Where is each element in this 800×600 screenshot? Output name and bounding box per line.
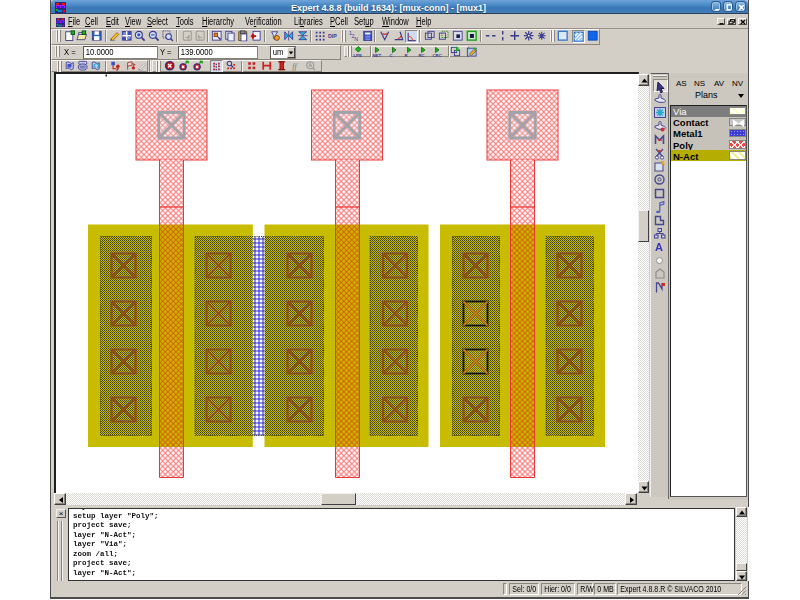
svg-text:LPE: LPE (353, 52, 362, 57)
svg-text:ff: ff (292, 62, 298, 71)
svg-text:N: N (354, 36, 358, 42)
svg-text:RC: RC (418, 52, 425, 57)
svg-text:CRC: CRC (432, 52, 442, 57)
svg-text:A: A (655, 241, 663, 253)
svg-text:NET: NET (372, 52, 381, 57)
svg-text:DIP: DIP (328, 33, 337, 39)
